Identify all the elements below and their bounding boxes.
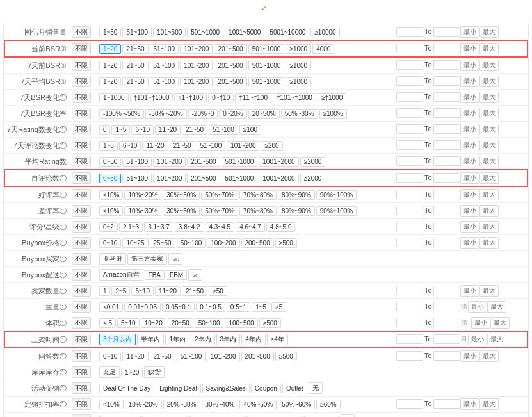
min-btn-7day-avg-bsr[interactable]: 最小 <box>460 76 480 87</box>
not-limited-self-review[interactable]: 不限 <box>69 170 97 186</box>
opt-btn-7day-review-change-5[interactable]: 101~200 <box>227 141 259 151</box>
not-limited-btn-good-rate[interactable]: 不限 <box>72 189 91 200</box>
max-input-7day-bsr-change-pct[interactable] <box>433 108 460 118</box>
opt-btn-discount-rate-1[interactable]: 10%~20% <box>125 400 162 409</box>
opt-btn-monthly-sales-6[interactable]: ≥10000 <box>310 28 339 37</box>
opt-btn-qa-count-0[interactable]: 0~10 <box>99 352 122 361</box>
max-btn-weight[interactable]: 最大 <box>487 301 506 313</box>
opt-btn-weight-1[interactable]: 0.01~0.05 <box>124 302 161 312</box>
opt-btn-qa-count-6[interactable]: ≥500 <box>275 352 297 361</box>
max-btn-7day-bsr-change-pct[interactable]: 最大 <box>480 108 499 119</box>
opt-btn-discount-rate-0[interactable]: <10% <box>99 400 124 409</box>
not-limited-btn-7day-avg-bsr[interactable]: 不限 <box>72 76 91 87</box>
min-btn-bad-rate[interactable]: 最小 <box>460 205 480 217</box>
opt-btn-current-bsr-6[interactable]: ≥1000 <box>286 44 311 54</box>
opt-btn-7day-bsr-0[interactable]: 1~20 <box>99 61 122 70</box>
min-btn-avg-rating[interactable]: 最小 <box>460 156 480 167</box>
opt-btn-weight-5[interactable]: 1~5 <box>252 302 270 312</box>
opt-btn-7day-avg-bsr-4[interactable]: 201~500 <box>214 77 246 86</box>
opt-btn-avg-rating-5[interactable]: 1001~2000 <box>259 157 298 167</box>
opt-btn-inventory-2[interactable]: 缺货 <box>144 366 165 378</box>
opt-btn-score-level-6[interactable]: 4.8~5.0 <box>266 222 296 232</box>
max-input-7day-rating-change[interactable] <box>433 124 460 134</box>
opt-btn-avg-rating-3[interactable]: 201~500 <box>187 157 220 167</box>
opt-btn-buybox-delivery-2[interactable]: FBM <box>166 270 187 280</box>
min-input-current-bsr[interactable] <box>396 44 423 53</box>
max-btn-qa-count[interactable]: 最大 <box>480 350 499 362</box>
opt-btn-good-rate-2[interactable]: 30%~50% <box>163 190 200 200</box>
opt-btn-weight-6[interactable]: ≥5 <box>271 302 286 312</box>
not-limited-launch-time[interactable]: 不限 <box>69 331 97 348</box>
opt-btn-buybox-price-5[interactable]: 200~500 <box>241 238 274 248</box>
not-limited-buybox-delivery[interactable]: 不限 <box>69 267 97 283</box>
opt-btn-size-0[interactable]: < 5 <box>99 318 116 328</box>
opt-btn-7day-bsr-change-0[interactable]: 1~1000 <box>99 93 129 102</box>
opt-btn-qa-count-1[interactable]: 11~20 <box>122 352 148 361</box>
opt-btn-good-rate-4[interactable]: 70%~80% <box>239 190 277 200</box>
opt-btn-size-1[interactable]: 5~10 <box>117 318 140 328</box>
not-limited-btn-self-review[interactable]: 不限 <box>72 172 91 184</box>
opt-btn-seller-count-4[interactable]: 21~50 <box>182 286 207 296</box>
opt-btn-qa-count-2[interactable]: 21~50 <box>150 352 175 361</box>
not-limited-7day-rating-change[interactable]: 不限 <box>69 122 97 138</box>
opt-btn-monthly-sales-0[interactable]: 1~50 <box>99 28 122 37</box>
opt-btn-avg-rating-6[interactable]: ≥2000 <box>300 157 326 167</box>
min-btn-7day-rating-change[interactable]: 最小 <box>460 124 480 135</box>
min-btn-self-review[interactable]: 最小 <box>460 172 480 184</box>
opt-btn-buybox-price-6[interactable]: ≥500 <box>275 238 297 248</box>
opt-btn-promo-1[interactable]: Lighting Deal <box>156 384 200 393</box>
min-btn-score-level[interactable]: 最小 <box>460 221 480 233</box>
min-btn-7day-review-change[interactable]: 最小 <box>460 140 480 151</box>
opt-btn-self-review-3[interactable]: 201~500 <box>187 174 220 183</box>
not-limited-btn-promo[interactable]: 不限 <box>72 382 91 394</box>
not-limited-7day-bsr-change-pct[interactable]: 不限 <box>69 106 97 122</box>
max-btn-current-bsr[interactable]: 最大 <box>480 43 499 54</box>
opt-btn-7day-bsr-change-5[interactable]: †101~†1000 <box>273 93 316 102</box>
opt-btn-monthly-sales-4[interactable]: 1001~5000 <box>225 28 264 37</box>
not-limited-current-bsr[interactable]: 不限 <box>69 40 97 57</box>
opt-btn-7day-bsr-6[interactable]: ≥1000 <box>286 61 311 70</box>
not-limited-good-rate[interactable]: 不限 <box>69 186 97 203</box>
not-limited-btn-buybox-price[interactable]: 不限 <box>72 237 91 249</box>
min-btn-size[interactable]: 最小 <box>471 317 490 329</box>
opt-btn-weight-2[interactable]: 0.05~0.1 <box>162 302 195 312</box>
opt-btn-discount-rate-2[interactable]: 20%~30% <box>163 400 200 409</box>
opt-btn-inventory-0[interactable]: 充足 <box>99 366 120 378</box>
max-input-score-level[interactable] <box>433 222 460 231</box>
min-btn-good-rate[interactable]: 最小 <box>460 189 480 200</box>
not-limited-btn-7day-rating-change[interactable]: 不限 <box>72 124 91 135</box>
max-btn-bad-rate[interactable]: 最大 <box>480 205 499 217</box>
min-input-size[interactable] <box>396 318 423 327</box>
opt-btn-size-4[interactable]: 50~100 <box>195 318 224 328</box>
opt-btn-discount-rate-3[interactable]: 30%~40% <box>202 400 239 409</box>
max-btn-score-level[interactable]: 最大 <box>480 221 499 233</box>
opt-btn-buybox-delivery-0[interactable]: Amazon自营 <box>99 269 143 281</box>
opt-btn-7day-bsr-change-2[interactable]: ↑1~†100 <box>174 93 207 102</box>
not-limited-discount-rate[interactable]: 不限 <box>69 397 97 413</box>
opt-btn-bad-rate-6[interactable]: 90%~100% <box>316 206 357 216</box>
opt-btn-launch-time-0[interactable]: 3个月以内 <box>99 334 136 345</box>
opt-btn-size-6[interactable]: ≥500 <box>259 318 281 328</box>
opt-btn-qa-count-5[interactable]: 201~500 <box>241 352 274 361</box>
opt-btn-7day-bsr-change-pct-1[interactable]: -50%~-20% <box>145 109 187 119</box>
opt-btn-buybox-delivery-1[interactable]: FBA <box>145 270 165 280</box>
not-limited-btn-score-level[interactable]: 不限 <box>72 221 91 233</box>
max-btn-avg-rating[interactable]: 最大 <box>480 156 499 167</box>
opt-btn-score-level-2[interactable]: 3.1~3.7 <box>144 222 173 232</box>
not-limited-btn-launch-time[interactable]: 不限 <box>72 334 91 345</box>
opt-btn-promo-2[interactable]: Saving&Sales <box>202 384 250 393</box>
opt-btn-promo-5[interactable]: 无 <box>309 382 323 394</box>
min-input-qa-count[interactable] <box>396 351 423 361</box>
opt-btn-7day-bsr-change-pct-4[interactable]: 20~50% <box>248 109 280 119</box>
opt-btn-buybox-seller-2[interactable]: 无 <box>168 253 182 265</box>
opt-btn-self-review-4[interactable]: 501~1000 <box>222 174 258 183</box>
min-btn-buybox-price[interactable]: 最小 <box>460 237 480 249</box>
min-input-seller-count[interactable] <box>396 286 423 295</box>
opt-btn-7day-bsr-change-3[interactable]: 0~†10 <box>208 93 234 102</box>
opt-btn-buybox-price-4[interactable]: 100~200 <box>207 238 239 248</box>
max-btn-monthly-sales[interactable]: 最大 <box>480 26 499 38</box>
opt-btn-launch-time-2[interactable]: 1年内 <box>165 334 189 345</box>
opt-btn-size-3[interactable]: 20~50 <box>168 318 193 328</box>
not-limited-btn-category-type[interactable]: 不限 <box>72 414 91 417</box>
min-input-7day-bsr-change[interactable] <box>396 92 423 102</box>
